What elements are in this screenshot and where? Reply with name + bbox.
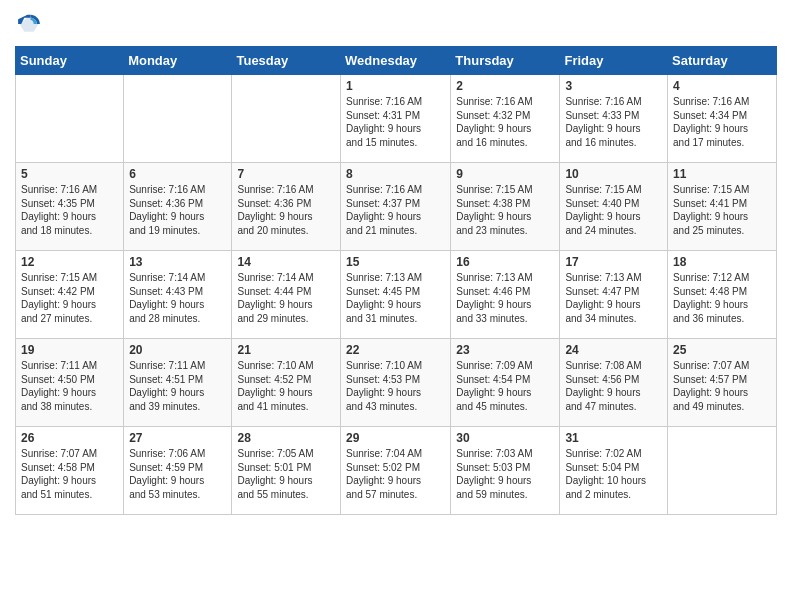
day-number: 21 (237, 343, 335, 357)
logo-icon (15, 10, 43, 38)
calendar-week-row: 1Sunrise: 7:16 AM Sunset: 4:31 PM Daylig… (16, 75, 777, 163)
calendar-cell: 28Sunrise: 7:05 AM Sunset: 5:01 PM Dayli… (232, 427, 341, 515)
day-info: Sunrise: 7:15 AM Sunset: 4:42 PM Dayligh… (21, 271, 118, 325)
day-number: 23 (456, 343, 554, 357)
day-info: Sunrise: 7:13 AM Sunset: 4:46 PM Dayligh… (456, 271, 554, 325)
day-info: Sunrise: 7:16 AM Sunset: 4:37 PM Dayligh… (346, 183, 445, 237)
day-number: 9 (456, 167, 554, 181)
day-info: Sunrise: 7:16 AM Sunset: 4:36 PM Dayligh… (237, 183, 335, 237)
day-number: 6 (129, 167, 226, 181)
day-info: Sunrise: 7:13 AM Sunset: 4:47 PM Dayligh… (565, 271, 662, 325)
calendar-cell (232, 75, 341, 163)
day-info: Sunrise: 7:15 AM Sunset: 4:38 PM Dayligh… (456, 183, 554, 237)
day-number: 12 (21, 255, 118, 269)
day-number: 1 (346, 79, 445, 93)
weekday-header-friday: Friday (560, 47, 668, 75)
day-number: 20 (129, 343, 226, 357)
weekday-header-tuesday: Tuesday (232, 47, 341, 75)
calendar-cell: 10Sunrise: 7:15 AM Sunset: 4:40 PM Dayli… (560, 163, 668, 251)
calendar-cell: 18Sunrise: 7:12 AM Sunset: 4:48 PM Dayli… (668, 251, 777, 339)
day-number: 10 (565, 167, 662, 181)
calendar-cell: 24Sunrise: 7:08 AM Sunset: 4:56 PM Dayli… (560, 339, 668, 427)
day-info: Sunrise: 7:12 AM Sunset: 4:48 PM Dayligh… (673, 271, 771, 325)
day-number: 8 (346, 167, 445, 181)
calendar-cell: 20Sunrise: 7:11 AM Sunset: 4:51 PM Dayli… (124, 339, 232, 427)
calendar-cell: 16Sunrise: 7:13 AM Sunset: 4:46 PM Dayli… (451, 251, 560, 339)
day-number: 3 (565, 79, 662, 93)
day-number: 28 (237, 431, 335, 445)
weekday-header-saturday: Saturday (668, 47, 777, 75)
day-number: 11 (673, 167, 771, 181)
day-info: Sunrise: 7:11 AM Sunset: 4:50 PM Dayligh… (21, 359, 118, 413)
calendar-cell: 29Sunrise: 7:04 AM Sunset: 5:02 PM Dayli… (341, 427, 451, 515)
weekday-header-wednesday: Wednesday (341, 47, 451, 75)
day-info: Sunrise: 7:05 AM Sunset: 5:01 PM Dayligh… (237, 447, 335, 501)
day-info: Sunrise: 7:06 AM Sunset: 4:59 PM Dayligh… (129, 447, 226, 501)
day-number: 18 (673, 255, 771, 269)
day-info: Sunrise: 7:08 AM Sunset: 4:56 PM Dayligh… (565, 359, 662, 413)
day-info: Sunrise: 7:16 AM Sunset: 4:34 PM Dayligh… (673, 95, 771, 149)
calendar-week-row: 19Sunrise: 7:11 AM Sunset: 4:50 PM Dayli… (16, 339, 777, 427)
day-number: 22 (346, 343, 445, 357)
calendar-cell (16, 75, 124, 163)
day-number: 25 (673, 343, 771, 357)
day-info: Sunrise: 7:07 AM Sunset: 4:57 PM Dayligh… (673, 359, 771, 413)
calendar-cell: 5Sunrise: 7:16 AM Sunset: 4:35 PM Daylig… (16, 163, 124, 251)
day-number: 14 (237, 255, 335, 269)
weekday-header-thursday: Thursday (451, 47, 560, 75)
calendar-cell (124, 75, 232, 163)
calendar-cell: 21Sunrise: 7:10 AM Sunset: 4:52 PM Dayli… (232, 339, 341, 427)
weekday-header-row: SundayMondayTuesdayWednesdayThursdayFrid… (16, 47, 777, 75)
calendar-cell: 27Sunrise: 7:06 AM Sunset: 4:59 PM Dayli… (124, 427, 232, 515)
day-info: Sunrise: 7:13 AM Sunset: 4:45 PM Dayligh… (346, 271, 445, 325)
day-number: 15 (346, 255, 445, 269)
calendar-cell: 30Sunrise: 7:03 AM Sunset: 5:03 PM Dayli… (451, 427, 560, 515)
calendar-cell: 14Sunrise: 7:14 AM Sunset: 4:44 PM Dayli… (232, 251, 341, 339)
calendar-week-row: 12Sunrise: 7:15 AM Sunset: 4:42 PM Dayli… (16, 251, 777, 339)
day-number: 17 (565, 255, 662, 269)
day-info: Sunrise: 7:16 AM Sunset: 4:32 PM Dayligh… (456, 95, 554, 149)
day-info: Sunrise: 7:16 AM Sunset: 4:36 PM Dayligh… (129, 183, 226, 237)
calendar-cell: 8Sunrise: 7:16 AM Sunset: 4:37 PM Daylig… (341, 163, 451, 251)
day-info: Sunrise: 7:10 AM Sunset: 4:52 PM Dayligh… (237, 359, 335, 413)
day-number: 13 (129, 255, 226, 269)
day-number: 26 (21, 431, 118, 445)
logo (15, 10, 47, 38)
calendar-cell: 23Sunrise: 7:09 AM Sunset: 4:54 PM Dayli… (451, 339, 560, 427)
day-info: Sunrise: 7:16 AM Sunset: 4:31 PM Dayligh… (346, 95, 445, 149)
day-info: Sunrise: 7:04 AM Sunset: 5:02 PM Dayligh… (346, 447, 445, 501)
day-number: 27 (129, 431, 226, 445)
calendar-cell: 26Sunrise: 7:07 AM Sunset: 4:58 PM Dayli… (16, 427, 124, 515)
day-info: Sunrise: 7:16 AM Sunset: 4:33 PM Dayligh… (565, 95, 662, 149)
day-info: Sunrise: 7:02 AM Sunset: 5:04 PM Dayligh… (565, 447, 662, 501)
day-number: 24 (565, 343, 662, 357)
day-info: Sunrise: 7:14 AM Sunset: 4:44 PM Dayligh… (237, 271, 335, 325)
day-number: 2 (456, 79, 554, 93)
calendar-cell: 3Sunrise: 7:16 AM Sunset: 4:33 PM Daylig… (560, 75, 668, 163)
day-info: Sunrise: 7:15 AM Sunset: 4:41 PM Dayligh… (673, 183, 771, 237)
day-info: Sunrise: 7:11 AM Sunset: 4:51 PM Dayligh… (129, 359, 226, 413)
calendar-cell: 13Sunrise: 7:14 AM Sunset: 4:43 PM Dayli… (124, 251, 232, 339)
calendar-cell: 25Sunrise: 7:07 AM Sunset: 4:57 PM Dayli… (668, 339, 777, 427)
day-info: Sunrise: 7:16 AM Sunset: 4:35 PM Dayligh… (21, 183, 118, 237)
day-number: 5 (21, 167, 118, 181)
day-info: Sunrise: 7:07 AM Sunset: 4:58 PM Dayligh… (21, 447, 118, 501)
calendar-week-row: 26Sunrise: 7:07 AM Sunset: 4:58 PM Dayli… (16, 427, 777, 515)
day-info: Sunrise: 7:14 AM Sunset: 4:43 PM Dayligh… (129, 271, 226, 325)
calendar-cell: 15Sunrise: 7:13 AM Sunset: 4:45 PM Dayli… (341, 251, 451, 339)
weekday-header-sunday: Sunday (16, 47, 124, 75)
day-number: 4 (673, 79, 771, 93)
calendar-cell: 1Sunrise: 7:16 AM Sunset: 4:31 PM Daylig… (341, 75, 451, 163)
day-info: Sunrise: 7:03 AM Sunset: 5:03 PM Dayligh… (456, 447, 554, 501)
day-number: 19 (21, 343, 118, 357)
calendar-cell: 17Sunrise: 7:13 AM Sunset: 4:47 PM Dayli… (560, 251, 668, 339)
calendar-cell: 9Sunrise: 7:15 AM Sunset: 4:38 PM Daylig… (451, 163, 560, 251)
calendar-cell (668, 427, 777, 515)
day-info: Sunrise: 7:10 AM Sunset: 4:53 PM Dayligh… (346, 359, 445, 413)
day-number: 7 (237, 167, 335, 181)
day-number: 31 (565, 431, 662, 445)
calendar-cell: 7Sunrise: 7:16 AM Sunset: 4:36 PM Daylig… (232, 163, 341, 251)
calendar-cell: 4Sunrise: 7:16 AM Sunset: 4:34 PM Daylig… (668, 75, 777, 163)
calendar-cell: 6Sunrise: 7:16 AM Sunset: 4:36 PM Daylig… (124, 163, 232, 251)
day-number: 16 (456, 255, 554, 269)
